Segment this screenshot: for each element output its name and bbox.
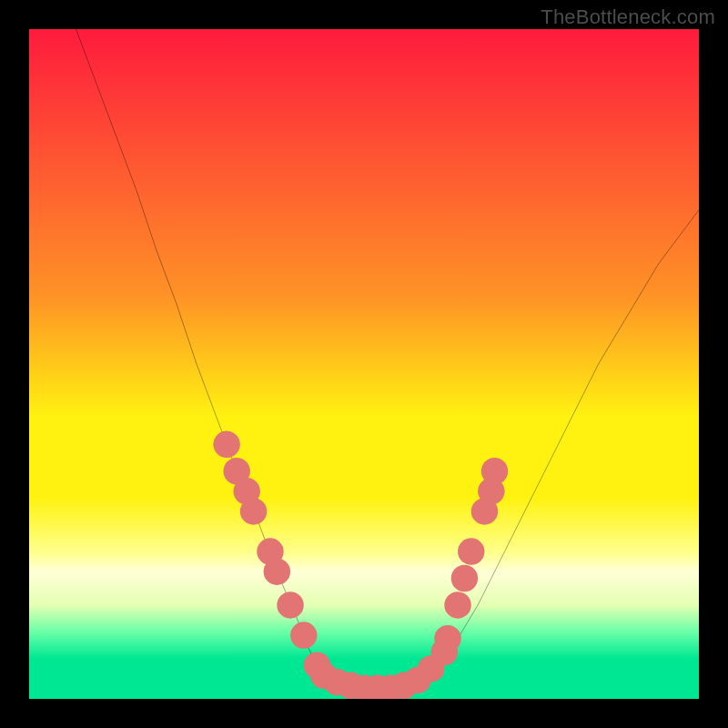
curve-marker: [434, 625, 460, 652]
curve-marker: [240, 498, 267, 524]
curve-marker: [290, 622, 317, 648]
curve-marker: [264, 558, 290, 584]
watermark-text: TheBottleneck.com: [541, 5, 715, 29]
curve-marker: [277, 592, 303, 618]
chart-frame: TheBottleneck.com: [0, 0, 728, 728]
plot-area: [29, 29, 699, 699]
curve-marker: [481, 458, 508, 484]
curve-marker: [444, 592, 470, 618]
curve-marker: [213, 431, 239, 458]
curve-marker: [458, 538, 484, 564]
curve-marker: [451, 565, 478, 592]
chart-svg: [29, 29, 699, 699]
